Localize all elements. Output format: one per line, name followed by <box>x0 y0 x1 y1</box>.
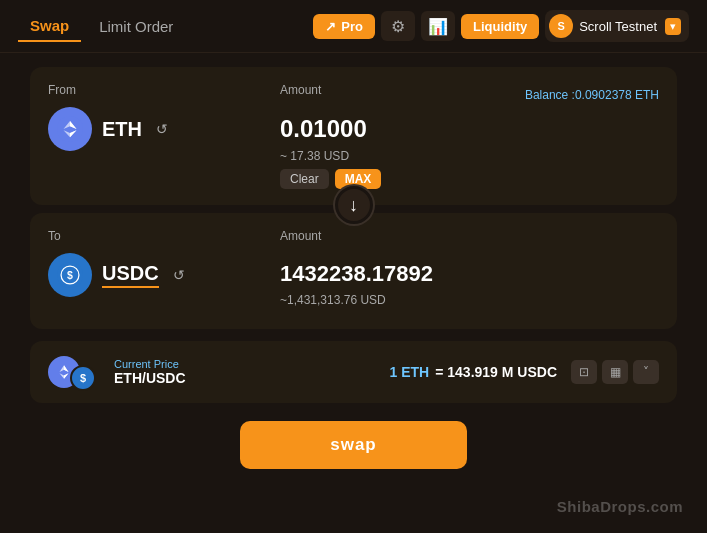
usdc-token-icon: $ <box>48 253 92 297</box>
pair-action-buttons: ⊡ ▦ ˅ <box>571 360 659 384</box>
swap-direction-button[interactable]: ↓ <box>335 186 373 224</box>
swap-arrow-icon: ↓ <box>349 195 358 216</box>
to-token-name: USDC <box>102 262 159 288</box>
chart-view-button[interactable]: ⊡ <box>571 360 597 384</box>
to-amount-section: Amount 1432238.17892 ~1,431,313.76 USD <box>280 229 659 313</box>
tab-limit-order[interactable]: Limit Order <box>87 12 185 41</box>
current-price-label: Current Price <box>114 358 186 370</box>
liquidity-button[interactable]: Liquidity <box>461 14 539 39</box>
amount-buttons: Clear MAX <box>280 169 659 189</box>
pair-icons: $ <box>48 353 100 391</box>
pair-price: 1 ETH = 143.919 M USDC <box>390 364 557 380</box>
table-view-button[interactable]: ▦ <box>602 360 628 384</box>
svg-text:$: $ <box>67 269 73 281</box>
from-token-section: From ETH ↺ <box>48 83 268 189</box>
watermark: ShibaDrops.com <box>557 498 683 515</box>
swap-button-container: swap <box>30 421 677 469</box>
pair-name: ETH/USDC <box>114 370 186 386</box>
to-panel: To $ USDC ↺ Amount 1432238.17892 ~1,431,… <box>30 213 677 329</box>
from-amount-label: Amount <box>280 83 321 97</box>
expand-button[interactable]: ˅ <box>633 360 659 384</box>
from-token-switch-icon[interactable]: ↺ <box>156 121 168 137</box>
from-amount-label-row: Amount Balance :0.0902378 ETH <box>280 83 659 107</box>
network-avatar: S <box>549 14 573 38</box>
settings-button[interactable]: ⚙ <box>381 11 415 41</box>
main-content: From ETH ↺ Amount Balance :0.090 <box>0 53 707 483</box>
price-base: 1 ETH <box>390 364 430 380</box>
chevron-down-icon: ▾ <box>665 18 681 35</box>
to-amount-label-row: Amount <box>280 229 659 253</box>
tab-swap[interactable]: Swap <box>18 11 81 42</box>
pro-button[interactable]: ↗ Pro <box>313 14 375 39</box>
to-token-row: $ USDC ↺ <box>48 253 268 297</box>
header: Swap Limit Order ↗ Pro ⚙ 📊 Liquidity S S… <box>0 0 707 53</box>
swap-button[interactable]: swap <box>240 421 467 469</box>
clear-button[interactable]: Clear <box>280 169 329 189</box>
from-amount-value[interactable]: 0.01000 <box>280 115 659 143</box>
price-info-panel: $ Current Price ETH/USDC 1 ETH = 143.919… <box>30 341 677 403</box>
pair-info: Current Price ETH/USDC <box>114 358 186 386</box>
from-token-row: ETH ↺ <box>48 107 268 151</box>
from-usd-value: ~ 17.38 USD <box>280 149 659 163</box>
to-label: To <box>48 229 268 243</box>
chart-icon: 📊 <box>428 17 448 36</box>
chart-button[interactable]: 📊 <box>421 11 455 41</box>
gear-icon: ⚙ <box>391 17 405 36</box>
to-token-switch-icon[interactable]: ↺ <box>173 267 185 283</box>
network-label: Scroll Testnet <box>579 19 657 34</box>
from-label: From <box>48 83 268 97</box>
from-amount-section: Amount Balance :0.0902378 ETH 0.01000 ~ … <box>280 83 659 189</box>
to-amount-label: Amount <box>280 229 321 243</box>
network-selector[interactable]: S Scroll Testnet ▾ <box>545 10 689 42</box>
from-balance: Balance :0.0902378 ETH <box>525 88 659 102</box>
from-token-name: ETH <box>102 118 142 141</box>
to-amount-value: 1432238.17892 <box>280 261 659 287</box>
to-token-section: To $ USDC ↺ <box>48 229 268 313</box>
from-panel: From ETH ↺ Amount Balance :0.090 <box>30 67 677 205</box>
svg-point-0 <box>57 116 83 142</box>
pair-usdc-icon: $ <box>70 365 96 391</box>
pro-icon: ↗ <box>325 19 336 34</box>
price-value: = 143.919 M USDC <box>435 364 557 380</box>
to-usd-value: ~1,431,313.76 USD <box>280 293 659 307</box>
eth-token-icon <box>48 107 92 151</box>
